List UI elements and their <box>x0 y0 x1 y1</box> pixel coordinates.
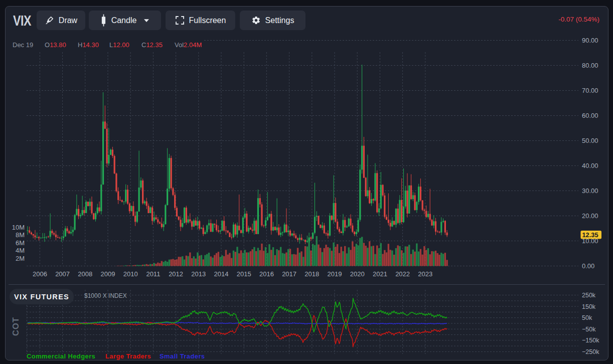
svg-text:90.00: 90.00 <box>582 37 598 44</box>
svg-text:30.00: 30.00 <box>582 187 598 195</box>
svg-text:2016: 2016 <box>259 270 274 278</box>
svg-text:50.00: 50.00 <box>582 137 598 144</box>
svg-text:40.00: 40.00 <box>582 162 598 169</box>
svg-text:2023: 2023 <box>418 270 432 278</box>
svg-text:−250k: −250k <box>582 348 599 355</box>
svg-text:8M: 8M <box>16 231 25 239</box>
svg-text:2022: 2022 <box>395 270 410 278</box>
svg-text:2007: 2007 <box>55 270 70 278</box>
svg-text:2008: 2008 <box>78 270 92 278</box>
svg-text:2006: 2006 <box>33 270 47 278</box>
svg-text:2011: 2011 <box>146 270 160 278</box>
svg-text:2009: 2009 <box>101 270 115 278</box>
svg-text:2012: 2012 <box>169 270 183 278</box>
svg-text:2017: 2017 <box>282 270 296 278</box>
svg-text:−50k: −50k <box>582 326 596 333</box>
svg-text:2019: 2019 <box>328 270 342 278</box>
svg-text:150k: 150k <box>582 303 596 310</box>
svg-text:6M: 6M <box>16 239 25 247</box>
svg-text:2014: 2014 <box>214 270 229 278</box>
svg-text:4M: 4M <box>16 247 25 254</box>
svg-text:2018: 2018 <box>304 270 319 278</box>
svg-text:2020: 2020 <box>350 270 365 278</box>
svg-text:2M: 2M <box>16 255 25 262</box>
svg-text:70.00: 70.00 <box>582 87 598 94</box>
svg-text:10M: 10M <box>12 224 25 231</box>
svg-text:0.00: 0.00 <box>582 262 594 270</box>
svg-text:2013: 2013 <box>191 270 206 278</box>
svg-text:250k: 250k <box>582 292 596 299</box>
svg-text:20.00: 20.00 <box>582 212 598 220</box>
svg-text:12.35: 12.35 <box>582 231 598 239</box>
svg-text:2015: 2015 <box>237 270 251 278</box>
svg-text:50k: 50k <box>582 314 592 321</box>
svg-text:−150k: −150k <box>582 337 599 344</box>
svg-text:2010: 2010 <box>123 270 138 278</box>
svg-text:60.00: 60.00 <box>582 112 598 119</box>
svg-text:80.00: 80.00 <box>582 62 598 69</box>
svg-text:2021: 2021 <box>373 270 387 278</box>
